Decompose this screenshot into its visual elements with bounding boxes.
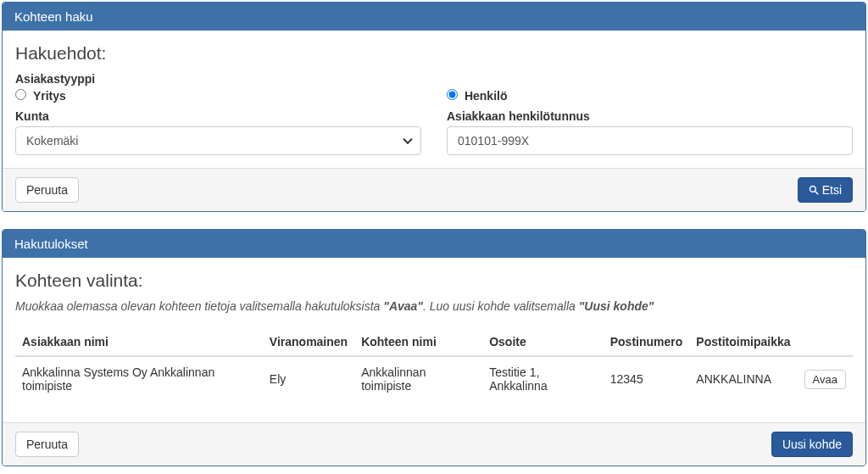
ssn-input[interactable] [447, 126, 853, 155]
search-button[interactable]: Etsi [798, 177, 853, 203]
municipality-label: Kunta [15, 109, 421, 123]
results-panel-footer: Peruuta Uusi kohde [3, 422, 865, 466]
new-target-button[interactable]: Uusi kohde [771, 432, 853, 457]
search-section-heading: Hakuehdot: [15, 43, 853, 64]
svg-line-1 [815, 192, 818, 195]
search-icon [809, 185, 819, 195]
col-postcode: Postinumero [604, 328, 690, 356]
col-target-name: Kohteen nimi [354, 328, 482, 356]
results-section-heading: Kohteen valinta: [15, 270, 853, 291]
radio-person[interactable] [447, 89, 458, 100]
ssn-label: Asiakkaan henkilötunnus [447, 109, 853, 123]
cell-target-name: Ankkalinnan toimipiste [354, 356, 482, 401]
open-row-button[interactable]: Avaa [804, 370, 846, 389]
help-bold-open: "Avaa" [383, 299, 423, 313]
results-help-text: Muokkaa olemassa olevan kohteen tietoja … [15, 299, 853, 313]
results-cancel-button[interactable]: Peruuta [15, 432, 79, 457]
results-table: Asiakkaan nimi Viranomainen Kohteen nimi… [15, 328, 853, 401]
help-bold-new: "Uusi kohde" [579, 299, 654, 313]
svg-point-0 [810, 187, 815, 192]
col-postoffice: Postitoimipaikka [689, 328, 797, 356]
help-mid: . Luo uusi kohde valitsemalla [423, 299, 579, 313]
cell-authority: Ely [263, 356, 354, 401]
col-actions [798, 328, 853, 356]
cell-postcode: 12345 [604, 356, 690, 401]
col-customer-name: Asiakkaan nimi [15, 328, 263, 356]
radio-company[interactable] [15, 89, 26, 100]
customer-type-label: Asiakastyyppi [15, 72, 853, 86]
col-authority: Viranomainen [263, 328, 354, 356]
results-panel-title: Hakutulokset [3, 230, 865, 258]
results-panel-body: Kohteen valinta: Muokkaa olemassa olevan… [3, 258, 865, 422]
results-panel: Hakutulokset Kohteen valinta: Muokkaa ol… [2, 229, 866, 466]
municipality-select[interactable]: Kokemäki [15, 126, 421, 155]
search-panel-title: Kohteen haku [3, 3, 865, 31]
search-panel-body: Hakuehdot: Asiakastyyppi Yritys Kunta Ko… [3, 31, 865, 168]
cancel-button[interactable]: Peruuta [15, 177, 79, 203]
radio-person-label: Henkilö [465, 89, 508, 103]
search-button-label: Etsi [822, 183, 842, 197]
help-prefix: Muokkaa olemassa olevan kohteen tietoja … [15, 299, 383, 313]
search-panel: Kohteen haku Hakuehdot: Asiakastyyppi Yr… [2, 2, 866, 212]
cell-address: Testitie 1, Ankkalinna [482, 356, 604, 401]
search-panel-footer: Peruuta Etsi [3, 168, 865, 211]
radio-company-label: Yritys [33, 89, 66, 103]
table-row: Ankkalinna Systems Oy Ankkalinnan toimip… [15, 356, 853, 401]
col-address: Osoite [482, 328, 604, 356]
cell-customer-name: Ankkalinna Systems Oy Ankkalinnan toimip… [15, 356, 263, 401]
cell-postoffice: ANKKALINNA [689, 356, 797, 401]
